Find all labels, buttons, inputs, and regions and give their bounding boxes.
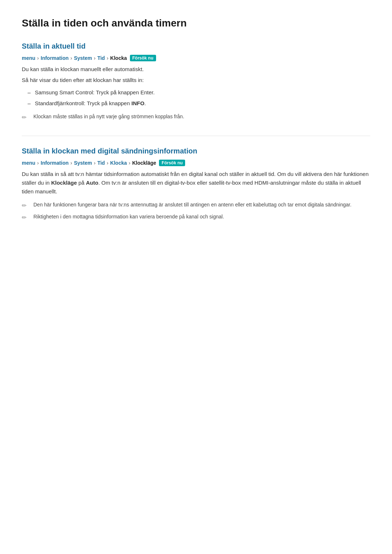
section-divider (22, 136, 370, 136)
section-2-title: Ställa in klockan med digital sändningsi… (22, 147, 370, 155)
try-now-badge-1[interactable]: Försök nu (130, 55, 156, 61)
pencil-icon-2: ✏ (22, 201, 30, 209)
breadcrumb-system: System (74, 55, 92, 61)
section-1-bullets: Samsung Smart Control: Tryck på knappen … (28, 88, 370, 108)
section-2-note-1-text: Den här funktionen fungerar bara när tv:… (33, 201, 370, 209)
section-1-desc2: Så här visar du tiden efter att klockan … (22, 76, 370, 85)
breadcrumb-klocka-2: Klocka (110, 160, 127, 166)
breadcrumb-system-2: System (74, 160, 92, 166)
pencil-icon-1: ✏ (22, 113, 30, 121)
section-2-note-2-text: Riktigheten i den mottagna tidsinformati… (33, 213, 370, 221)
breadcrumb-tid: Tid (97, 55, 105, 61)
pencil-icon-3: ✏ (22, 213, 30, 221)
section-1-note-text: Klockan måste ställas in på nytt varje g… (33, 113, 370, 120)
section-1-note: ✏ Klockan måste ställas in på nytt varje… (22, 113, 370, 121)
section-1: Ställa in aktuell tid menu › Information… (22, 42, 370, 121)
breadcrumb-klocklage: Klockläge (132, 160, 156, 166)
section-2: Ställa in klockan med digital sändningsi… (22, 147, 370, 221)
breadcrumb-menu-2: menu (22, 160, 35, 166)
section-2-breadcrumb: menu › Information › System › Tid › Kloc… (22, 160, 370, 166)
breadcrumb-klocka: Klocka (110, 55, 127, 61)
section-1-notes: ✏ Klockan måste ställas in på nytt varje… (22, 113, 370, 121)
section-1-breadcrumb: menu › Information › System › Tid › Kloc… (22, 55, 370, 61)
section-2-note-2: ✏ Riktigheten i den mottagna tidsinforma… (22, 213, 370, 221)
page-title: Ställa in tiden och använda timern (22, 17, 370, 29)
bullet-item-2: Standardfjärrkontroll: Tryck på knappen … (28, 99, 370, 108)
section-1-title: Ställa in aktuell tid (22, 42, 370, 50)
section-2-desc: Du kan ställa in så att tv:n hämtar tids… (22, 170, 370, 196)
breadcrumb-information: Information (41, 55, 69, 61)
breadcrumb-tid-2: Tid (97, 160, 105, 166)
section-1-desc1: Du kan ställa in klockan manuellt eller … (22, 65, 370, 74)
section-2-note-1: ✏ Den här funktionen fungerar bara när t… (22, 201, 370, 209)
section-2-notes: ✏ Den här funktionen fungerar bara när t… (22, 201, 370, 221)
bullet-item-1: Samsung Smart Control: Tryck på knappen … (28, 88, 370, 97)
breadcrumb-menu: menu (22, 55, 35, 61)
breadcrumb-information-2: Information (41, 160, 69, 166)
try-now-badge-2[interactable]: Försök nu (159, 160, 185, 166)
